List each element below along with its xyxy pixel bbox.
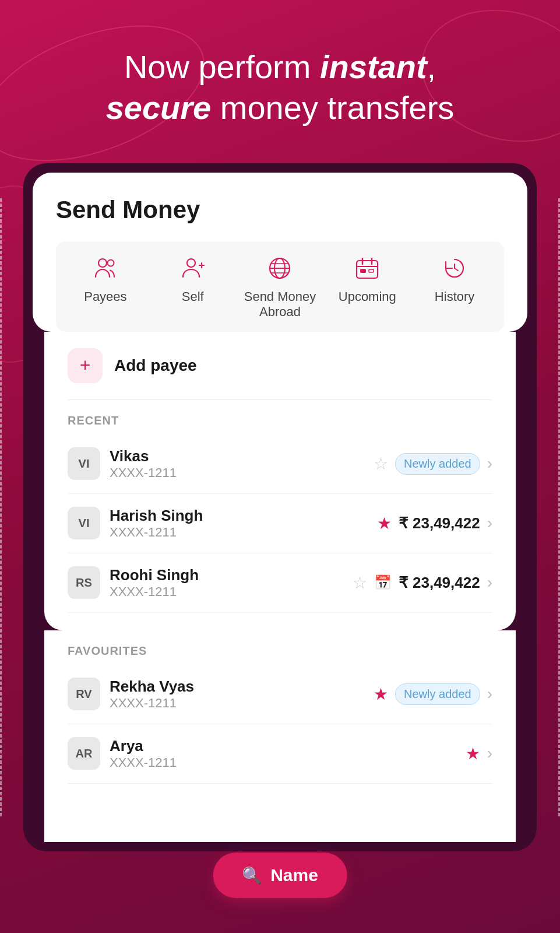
tab-payees-label: Payees (84, 289, 126, 304)
chevron-rekha: › (487, 685, 492, 703)
hero-title: Now perform instant,secure money transfe… (35, 47, 525, 128)
search-fab-label: Name (270, 865, 318, 885)
tab-upcoming-label: Upcoming (339, 289, 396, 304)
plus-icon: + (80, 355, 91, 376)
amount-harish: ₹ 23,49,422 (399, 514, 480, 532)
hero-section: Now perform instant,secure money transfe… (0, 0, 560, 152)
add-payee-row[interactable]: + Add payee (68, 332, 492, 400)
nav-tabs: Payees Self (56, 241, 504, 332)
svg-line-17 (455, 268, 458, 271)
tab-history[interactable]: History (411, 253, 498, 304)
item-account-vikas: XXXX-1211 (110, 465, 364, 480)
favourites-section: FAVOURITES RV Rekha Vyas XXXX-1211 ★ New… (44, 630, 516, 842)
search-icon: 🔍 (242, 866, 262, 885)
list-section: + Add payee RECENT VI Vikas XXXX-1211 (44, 332, 516, 630)
payees-icon (90, 253, 121, 283)
star-icon-rekha[interactable]: ★ (374, 685, 388, 704)
item-account-harish: XXXX-1211 (110, 525, 368, 540)
star-icon-arya[interactable]: ★ (466, 744, 480, 763)
avatar-roohi: RS (68, 566, 100, 599)
self-icon (178, 253, 208, 283)
add-payee-button[interactable]: + (68, 348, 103, 383)
svg-rect-15 (369, 269, 374, 272)
item-account-rekha: XXXX-1211 (110, 696, 364, 711)
recent-item-2[interactable]: VI Harish Singh XXXX-1211 ★ ₹ 23,49,422 … (68, 494, 492, 553)
card-title: Send Money (56, 196, 504, 224)
globe-svg (266, 255, 293, 282)
item-right-rekha: ★ Newly added › (374, 683, 492, 705)
item-name-roohi: Roohi Singh (110, 566, 343, 584)
chevron-roohi: › (487, 573, 492, 592)
card-main: Send Money Payees (33, 173, 527, 332)
badge-rekha: Newly added (395, 683, 480, 705)
svg-rect-14 (361, 269, 365, 272)
self-svg (179, 255, 206, 282)
calendar-small-icon-roohi: 📅 (374, 574, 392, 591)
item-name-vikas: Vikas (110, 447, 364, 465)
item-name-harish: Harish Singh (110, 507, 368, 525)
tab-self-label: Self (182, 289, 204, 304)
chevron-harish: › (487, 514, 492, 532)
payees-svg (92, 255, 119, 282)
recent-header: RECENT (68, 400, 492, 434)
item-info-harish: Harish Singh XXXX-1211 (110, 507, 368, 540)
avatar-vikas: VI (68, 447, 100, 480)
recent-item-3[interactable]: RS Roohi Singh XXXX-1211 ☆ 📅 ₹ 23,49,422… (68, 553, 492, 613)
item-name-rekha: Rekha Vyas (110, 678, 364, 696)
svg-point-2 (187, 259, 195, 267)
item-info-vikas: Vikas XXXX-1211 (110, 447, 364, 480)
item-right-roohi: ☆ 📅 ₹ 23,49,422 › (353, 573, 492, 592)
tab-history-label: History (435, 289, 474, 304)
tab-send-abroad[interactable]: Send Money Abroad (237, 253, 324, 320)
calendar-svg (354, 255, 381, 282)
favourites-header: FAVOURITES (68, 630, 492, 665)
chevron-vikas: › (487, 454, 492, 473)
item-account-roohi: XXXX-1211 (110, 584, 343, 599)
svg-rect-10 (357, 261, 378, 278)
star-icon-harish[interactable]: ★ (377, 514, 392, 533)
history-svg (441, 255, 468, 282)
fav-item-2[interactable]: AR Arya XXXX-1211 ★ › (68, 724, 492, 784)
calendar-icon (352, 253, 382, 283)
chevron-arya: › (487, 744, 492, 763)
avatar-rekha: RV (68, 678, 100, 710)
globe-icon (265, 253, 295, 283)
amount-roohi: ₹ 23,49,422 (399, 574, 480, 592)
card-outer: Send Money Payees (12, 163, 548, 851)
tab-payees[interactable]: Payees (62, 253, 149, 304)
avatar-harish: VI (68, 507, 100, 539)
history-icon (439, 253, 470, 283)
avatar-arya: AR (68, 737, 100, 770)
add-payee-label: Add payee (114, 356, 197, 375)
tab-upcoming[interactable]: Upcoming (323, 253, 411, 304)
item-info-arya: Arya XXXX-1211 (110, 737, 456, 770)
svg-point-0 (98, 259, 107, 267)
star-icon-roohi[interactable]: ☆ (353, 573, 367, 592)
recent-item-1[interactable]: VI Vikas XXXX-1211 ☆ Newly added › (68, 434, 492, 494)
item-name-arya: Arya (110, 737, 456, 755)
item-info-rekha: Rekha Vyas XXXX-1211 (110, 678, 364, 711)
app-background: Now perform instant,secure money transfe… (0, 0, 560, 933)
fav-item-1[interactable]: RV Rekha Vyas XXXX-1211 ★ Newly added › (68, 665, 492, 724)
card-shadow: Send Money Payees (23, 163, 537, 851)
item-account-arya: XXXX-1211 (110, 755, 456, 770)
item-info-roohi: Roohi Singh XXXX-1211 (110, 566, 343, 599)
tab-send-abroad-label: Send Money Abroad (240, 289, 321, 320)
item-right-vikas: ☆ Newly added › (374, 453, 492, 475)
tab-self[interactable]: Self (149, 253, 237, 304)
star-icon-vikas[interactable]: ☆ (374, 454, 388, 473)
svg-point-1 (107, 260, 114, 266)
badge-vikas: Newly added (395, 453, 480, 475)
item-right-arya: ★ › (466, 744, 492, 763)
search-fab[interactable]: 🔍 Name (213, 853, 347, 898)
item-right-harish: ★ ₹ 23,49,422 › (377, 514, 492, 533)
